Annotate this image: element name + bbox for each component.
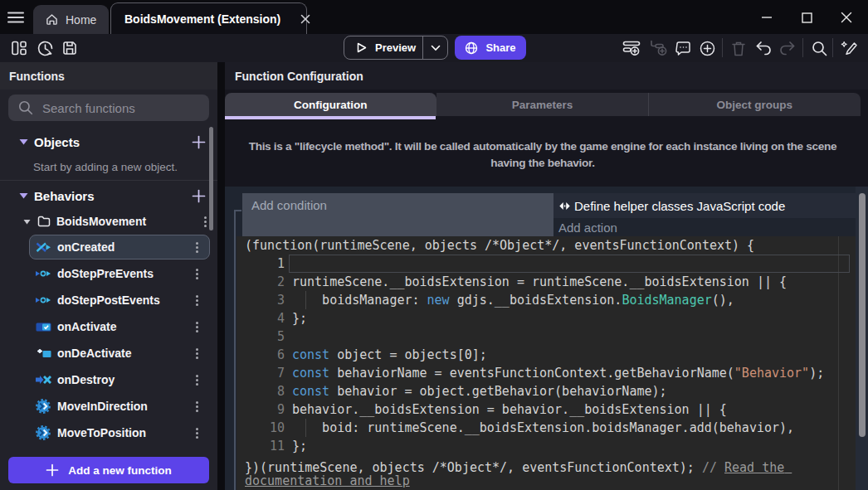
function-item-label: doStepPostEvents	[57, 294, 184, 307]
preview-dropdown-button[interactable]	[423, 36, 447, 59]
tab-active[interactable]: BoidsMovement (Extension)	[110, 2, 307, 34]
tab-home[interactable]: Home	[33, 5, 109, 34]
js-code-header-line: (function(runtimeScene, objects /*Object…	[245, 236, 754, 255]
add-circle-icon[interactable]	[698, 39, 716, 57]
function-item-label: onActivate	[57, 320, 184, 333]
configuration-panel-header: Function Configuration	[225, 62, 868, 90]
add-condition-label: Add condition	[251, 198, 327, 236]
code-line-11[interactable]: 11};	[237, 437, 856, 455]
search-icon	[18, 100, 33, 115]
configuration-tabs: ConfigurationParametersObject groups	[225, 93, 861, 116]
line-number: 2	[237, 273, 285, 291]
preview-button-main[interactable]: Preview	[344, 36, 422, 59]
add-condition-button[interactable]: Add condition	[242, 193, 553, 236]
step-icon	[33, 269, 53, 278]
toolbar-divider	[722, 38, 723, 57]
behavior-folder-row[interactable]: BoidsMovement	[0, 211, 217, 232]
code-line-10[interactable]: 10 boid: runtimeScene.__boidsExtension.b…	[237, 419, 856, 437]
code-line-6[interactable]: 6const object = objects[0];	[237, 346, 856, 364]
plus-icon	[46, 463, 59, 477]
behaviors-section-header[interactable]: Behaviors	[0, 186, 217, 206]
step-icon	[33, 296, 53, 304]
code-line-2[interactable]: 2runtimeScene.__boidsExtension = runtime…	[237, 273, 856, 291]
redo-icon[interactable]	[778, 39, 797, 57]
code-line-7[interactable]: 7const behaviorName = eventsFunctionCont…	[237, 364, 856, 382]
open-project-manager-icon[interactable]	[10, 39, 28, 57]
chevron-down-icon[interactable]	[18, 138, 28, 145]
code-line-3[interactable]: 3 boidsManager: new gdjs.__boidsExtensio…	[237, 291, 856, 309]
function-item-label: onDestroy	[57, 373, 184, 386]
code-line-9[interactable]: 9behavior.__boidsExtension = behavior.__…	[237, 400, 856, 419]
function-item-doStepPostEvents[interactable]: doStepPostEvents	[29, 288, 210, 313]
behavior-folder-label: BoidsMovement	[56, 215, 193, 228]
tab-object-groups[interactable]: Object groups	[649, 93, 861, 116]
function-item-onDestroy[interactable]: onDestroy	[29, 367, 210, 392]
undo-icon[interactable]	[754, 39, 773, 57]
search-functions-input[interactable]: Search functions	[8, 95, 209, 121]
function-item-onCreated[interactable]: onCreated	[29, 235, 210, 260]
right-panel-scrollbar[interactable]	[859, 193, 866, 437]
function-item-onDeActivate[interactable]: onDeActivate	[29, 341, 210, 366]
kebab-menu-icon[interactable]	[193, 216, 217, 227]
kebab-menu-icon[interactable]	[184, 348, 209, 359]
kebab-menu-icon[interactable]	[184, 242, 209, 253]
ai-edit-icon[interactable]	[840, 39, 858, 57]
chevron-down-icon[interactable]	[18, 219, 35, 225]
kebab-menu-icon[interactable]	[184, 322, 209, 332]
code-line-5[interactable]: 5	[237, 327, 856, 346]
indent-guide	[305, 419, 306, 437]
js-code-editor[interactable]: (function(runtimeScene, objects /*Object…	[237, 236, 856, 490]
line-number: 5	[237, 327, 285, 346]
function-item-label: onCreated	[57, 240, 184, 254]
add-behavior-button[interactable]	[184, 189, 212, 203]
share-button[interactable]: Share	[455, 36, 526, 60]
tab-close-icon[interactable]	[300, 14, 310, 24]
js-code-icon	[558, 201, 571, 211]
function-item-MoveToPosition[interactable]: MoveToPosition	[29, 420, 210, 445]
functions-panel-header: Functions	[0, 62, 217, 90]
js-event-title[interactable]: Define helper classes JavaScript code	[553, 193, 856, 218]
line-number: 3	[237, 291, 285, 309]
window-close-button[interactable]	[837, 8, 856, 27]
kebab-menu-icon[interactable]	[184, 375, 209, 386]
save-icon[interactable]	[61, 39, 79, 57]
add-action-button[interactable]: Add action	[553, 218, 856, 236]
code-line-1[interactable]: 1	[237, 255, 856, 273]
code-line-4[interactable]: 4};	[237, 309, 856, 327]
tab-configuration[interactable]: Configuration	[225, 93, 436, 116]
chevron-down-icon[interactable]	[18, 192, 28, 199]
function-item-MoveInDirection[interactable]: MoveInDirection	[29, 394, 210, 419]
sidebar-divider	[0, 180, 217, 181]
add-comment-icon[interactable]	[674, 39, 692, 57]
hamburger-menu-icon[interactable]	[7, 12, 25, 24]
window-minimize-button[interactable]	[758, 8, 776, 27]
globe-icon	[465, 41, 478, 55]
kebab-menu-icon[interactable]	[184, 401, 209, 412]
preview-button[interactable]: Preview	[344, 36, 448, 60]
add-function-button[interactable]: Add a new function	[8, 457, 209, 483]
function-item-onActivate[interactable]: onActivate	[29, 314, 210, 339]
code-line-8[interactable]: 8const behavior = object.getBehavior(beh…	[237, 382, 856, 400]
function-item-doStepPreEvents[interactable]: doStepPreEvents	[29, 261, 210, 286]
main-toolbar: Preview Share	[0, 34, 868, 62]
kebab-menu-icon[interactable]	[184, 428, 209, 439]
destroy-icon	[33, 375, 53, 385]
deactivate-icon	[33, 349, 53, 358]
indent-guide	[305, 291, 306, 309]
window-maximize-button[interactable]	[797, 8, 816, 27]
search-icon[interactable]	[810, 39, 828, 57]
line-number: 4	[237, 309, 285, 327]
history-icon[interactable]	[36, 39, 54, 57]
line-number: 10	[237, 419, 285, 437]
add-event-icon[interactable]	[622, 39, 641, 57]
function-item-label: MoveToPosition	[57, 426, 184, 439]
line-number: 9	[237, 400, 285, 419]
add-subevent-icon[interactable]	[650, 39, 668, 57]
tab-active-label: BoidsMovement (Extension)	[124, 12, 280, 26]
tab-parameters[interactable]: Parameters	[436, 93, 648, 116]
line-number: 7	[237, 364, 285, 382]
kebab-menu-icon[interactable]	[184, 269, 209, 279]
kebab-menu-icon[interactable]	[184, 295, 209, 306]
delete-icon[interactable]	[729, 39, 748, 57]
title-bar: Home BoidsMovement (Extension)	[0, 0, 868, 34]
